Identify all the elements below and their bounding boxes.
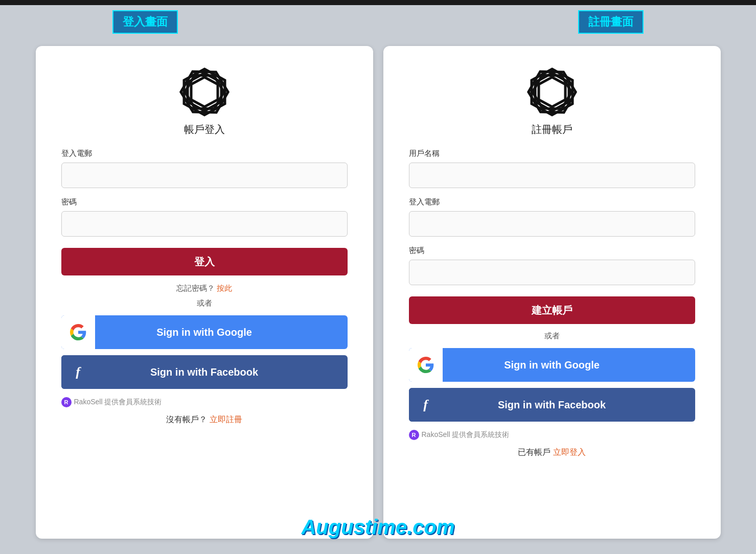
register-google-label: Sign in with Google	[443, 359, 695, 371]
register-password-input[interactable]	[409, 260, 695, 285]
register-email-input[interactable]	[409, 211, 695, 237]
forgot-password-text: 忘記密碼？ 按此	[61, 284, 348, 293]
login-email-label: 登入電郵	[61, 149, 348, 158]
facebook-icon-box: f	[61, 355, 95, 389]
register-facebook-button[interactable]: f Sign in with Facebook	[409, 388, 695, 422]
register-password-label: 密碼	[409, 246, 695, 256]
register-password-group: 密碼	[409, 246, 695, 285]
login-google-label: Sign in with Google	[95, 327, 348, 338]
register-logo	[526, 66, 578, 118]
login-email-input[interactable]	[61, 163, 348, 188]
register-facebook-icon: f	[418, 397, 434, 413]
register-username-group: 用戶名稱	[409, 149, 695, 188]
facebook-icon: f	[70, 364, 86, 380]
register-has-account: 已有帳戶 立即登入	[409, 447, 695, 458]
forgot-password-link[interactable]: 按此	[217, 284, 232, 292]
register-title: 註冊帳戶	[532, 123, 572, 136]
login-logo	[179, 66, 230, 118]
register-google-icon	[418, 357, 434, 373]
svg-marker-2	[191, 77, 218, 107]
login-facebook-label: Sign in with Facebook	[95, 366, 348, 378]
register-rakosell: R RakoSell 提供會員系統技術	[409, 430, 695, 440]
register-link[interactable]: 立即註冊	[210, 415, 242, 424]
google-icon-box	[61, 315, 95, 349]
google-icon	[70, 324, 86, 340]
register-username-label: 用戶名稱	[409, 149, 695, 158]
register-rakosell-icon: R	[409, 430, 419, 440]
login-card: 帳戶登入 登入電郵 密碼 登入 忘記密碼？ 按此 或者	[36, 46, 373, 539]
register-facebook-label: Sign in with Facebook	[443, 399, 695, 411]
register-card: 註冊帳戶 用戶名稱 登入電郵 密碼 建立帳戶 或者	[383, 46, 721, 539]
rakosell-icon: R	[61, 397, 72, 407]
svg-marker-7	[539, 77, 565, 107]
register-google-button[interactable]: Sign in with Google	[409, 348, 695, 382]
login-password-label: 密碼	[61, 197, 348, 207]
register-or-text: 或者	[409, 331, 695, 341]
login-rakosell: R RakoSell 提供會員系統技術	[61, 397, 348, 407]
login-title: 帳戶登入	[184, 123, 225, 136]
register-email-label: 登入電郵	[409, 197, 695, 207]
login-email-group: 登入電郵	[61, 149, 348, 188]
register-facebook-icon-box: f	[409, 388, 443, 422]
register-screen-label: 註冊畫面	[578, 10, 644, 34]
login-button[interactable]: 登入	[61, 248, 348, 275]
register-google-icon-box	[409, 348, 443, 382]
login-no-account: 沒有帳戶？ 立即註冊	[61, 414, 348, 425]
header-labels: 登入畫面 註冊畫面	[0, 5, 756, 36]
register-username-input[interactable]	[409, 163, 695, 188]
login-facebook-button[interactable]: f Sign in with Facebook	[61, 355, 348, 389]
login-password-group: 密碼	[61, 197, 348, 237]
register-email-group: 登入電郵	[409, 197, 695, 237]
login-google-button[interactable]: Sign in with Google	[61, 315, 348, 349]
login-password-input[interactable]	[61, 211, 348, 237]
main-content: 帳戶登入 登入電郵 密碼 登入 忘記密碼？ 按此 或者	[0, 36, 756, 554]
register-button[interactable]: 建立帳戶	[409, 296, 695, 324]
login-screen-label: 登入畫面	[112, 10, 178, 34]
login-link[interactable]: 立即登入	[553, 448, 586, 456]
login-or-text: 或者	[61, 298, 348, 308]
top-bar	[0, 0, 756, 5]
